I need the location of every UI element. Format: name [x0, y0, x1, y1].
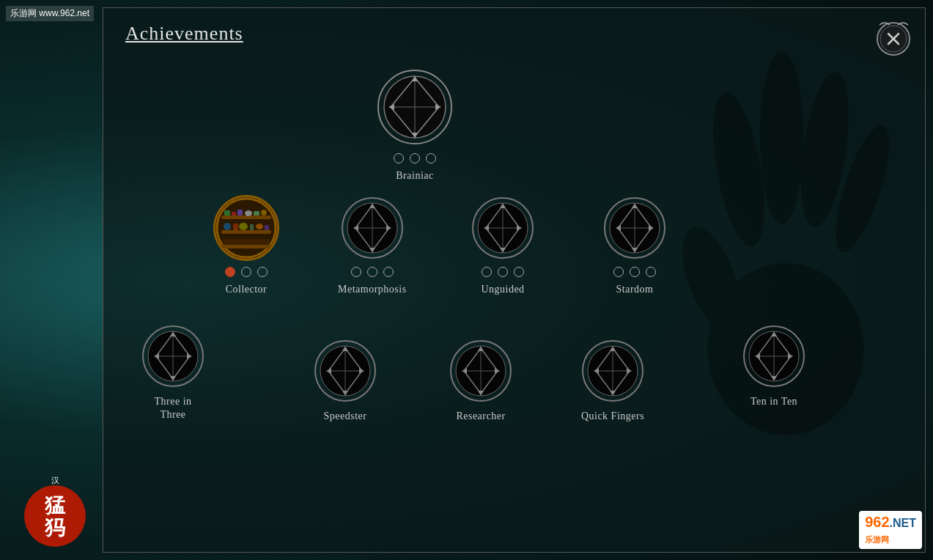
- speedster-label: Speedster: [324, 410, 367, 423]
- dot-3: [646, 267, 656, 277]
- researcher-label: Researcher: [456, 410, 505, 423]
- achievement-unguided[interactable]: Unguided: [470, 195, 536, 296]
- dot-2: [367, 267, 377, 277]
- metamorphosis-badge: [339, 195, 405, 261]
- watermark: 乐游网 www.962.net: [6, 6, 94, 21]
- achievement-collector[interactable]: Collector: [213, 195, 279, 296]
- collector-badge-image: [213, 195, 279, 261]
- logo-962: 962.NET 乐游网: [859, 511, 922, 549]
- stardom-badge: [602, 195, 668, 261]
- three-in-three-badge: [140, 323, 206, 389]
- dot-1: [225, 267, 235, 277]
- dot-3: [383, 267, 394, 277]
- svg-rect-23: [221, 245, 271, 248]
- quick-fingers-badge: [580, 338, 646, 404]
- svg-point-34: [256, 224, 263, 229]
- achievement-three-in-three[interactable]: Three inThree: [140, 323, 206, 421]
- stardom-dots: [613, 267, 656, 277]
- svg-rect-31: [233, 224, 238, 230]
- ten-in-ten-badge: [741, 323, 807, 389]
- achievement-metamorphosis[interactable]: Metamorphosis: [338, 195, 407, 296]
- dot-2: [410, 153, 420, 163]
- dot-2: [630, 267, 640, 277]
- achievement-ten-in-ten[interactable]: Ten in Ten: [741, 323, 807, 408]
- achievements-panel: Achievements: [103, 7, 926, 553]
- quick-fingers-label: Quick Fingers: [581, 410, 644, 423]
- svg-point-29: [261, 210, 267, 215]
- metamorphosis-dots: [351, 267, 394, 277]
- unguided-dots: [482, 267, 524, 277]
- ten-in-ten-label: Ten in Ten: [751, 395, 797, 408]
- svg-rect-24: [224, 210, 230, 215]
- dot-1: [351, 267, 361, 277]
- panel-title: Achievements: [125, 23, 903, 45]
- svg-text:猛: 猛: [44, 494, 66, 517]
- svg-point-27: [245, 210, 252, 216]
- svg-rect-28: [254, 211, 259, 215]
- metamorphosis-label: Metamorphosis: [338, 283, 407, 296]
- svg-rect-36: [223, 239, 270, 245]
- svg-rect-21: [221, 215, 271, 219]
- svg-point-32: [239, 223, 248, 230]
- close-button[interactable]: [874, 19, 914, 59]
- brainiac-dots: [394, 153, 436, 163]
- achievement-stardom[interactable]: Stardom: [602, 195, 668, 296]
- svg-rect-25: [232, 212, 236, 215]
- dot-3: [257, 267, 268, 277]
- stardom-label: Stardom: [616, 283, 654, 296]
- chinese-logo: 猛 犸 汉: [11, 461, 99, 549]
- achievement-quick-fingers[interactable]: Quick Fingers: [580, 338, 646, 423]
- brainiac-label: Brainiac: [396, 169, 433, 183]
- unguided-label: Unguided: [481, 283, 524, 296]
- achievement-researcher[interactable]: Researcher: [448, 338, 514, 423]
- svg-rect-22: [221, 230, 271, 234]
- svg-text:汉: 汉: [51, 476, 59, 485]
- collector-label: Collector: [226, 283, 268, 296]
- dot-1: [482, 267, 492, 277]
- collector-dots: [225, 267, 268, 277]
- three-in-three-label: Three inThree: [154, 395, 191, 421]
- dot-1: [613, 267, 624, 277]
- dot-3: [426, 153, 436, 163]
- svg-rect-33: [250, 224, 254, 230]
- svg-rect-35: [265, 225, 269, 230]
- achievement-brainiac[interactable]: Brainiac: [375, 67, 455, 183]
- dot-2: [241, 267, 251, 277]
- svg-point-30: [224, 223, 231, 230]
- unguided-badge: [470, 195, 536, 261]
- dot-1: [394, 153, 404, 163]
- svg-rect-26: [237, 210, 243, 215]
- achievements-grid: Brainiac: [125, 59, 903, 530]
- dot-3: [514, 267, 524, 277]
- speedster-badge: [312, 338, 378, 404]
- achievement-speedster[interactable]: Speedster: [312, 338, 378, 423]
- svg-text:犸: 犸: [44, 516, 66, 539]
- researcher-badge: [448, 338, 514, 404]
- achievement-badge-brainiac: [375, 67, 455, 147]
- dot-2: [498, 267, 508, 277]
